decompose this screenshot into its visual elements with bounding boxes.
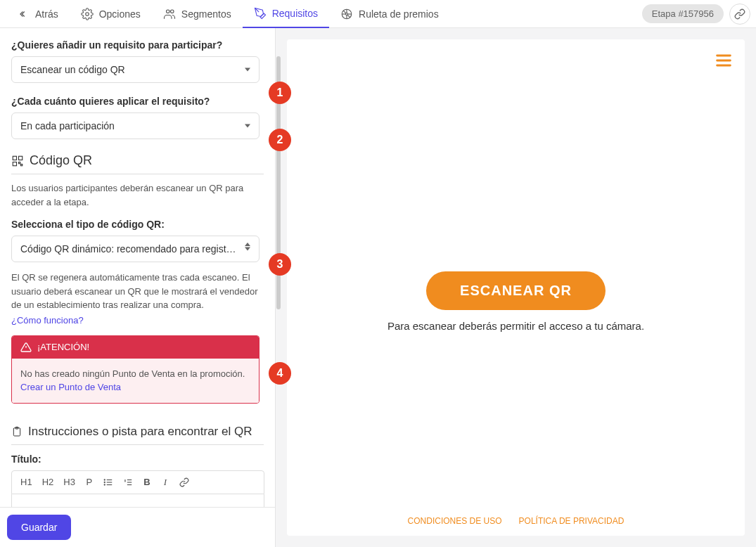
toolbar-ol[interactable]	[119, 475, 137, 490]
toolbar-h2[interactable]: H2	[38, 474, 58, 490]
wheel-icon	[340, 8, 353, 20]
alert-body-text: No has creado ningún Punto de Venta en l…	[20, 368, 245, 379]
config-panel: ¿Quieres añadir un requisito para partic…	[0, 28, 276, 547]
frequency-select[interactable]: En cada participación	[11, 112, 260, 139]
svg-rect-11	[13, 156, 16, 160]
preview-menu-button[interactable]	[714, 51, 733, 70]
tour-badge-1: 1	[269, 82, 291, 104]
permalink-button[interactable]	[729, 4, 750, 25]
privacy-link[interactable]: POLÍTICA DE PRIVACIDAD	[519, 516, 624, 526]
tab-options-label: Opciones	[99, 8, 141, 20]
requisite-type-select[interactable]: Escanear un código QR	[11, 56, 260, 83]
toolbar-h1[interactable]: H1	[16, 474, 37, 490]
pen-icon	[254, 7, 267, 20]
scan-qr-button[interactable]: ESCANEAR QR	[426, 271, 606, 310]
tab-wheel-label: Ruleta de premios	[359, 8, 439, 20]
svg-rect-15	[21, 164, 23, 165]
qr-type-select[interactable]: Código QR dinámico: recomendado para reg…	[11, 236, 260, 262]
qr-section-title: Código QR	[30, 153, 92, 168]
svg-rect-14	[19, 162, 20, 163]
tour-badge-2: 2	[269, 129, 291, 151]
gear-icon	[81, 8, 94, 20]
frequency-value: En cada participación	[20, 120, 115, 131]
tab-requisites-label: Requisitos	[272, 8, 318, 19]
toolbar-p[interactable]: P	[81, 474, 98, 490]
svg-rect-12	[19, 156, 23, 160]
qr-type-value: Código QR dinámico: recomendado para reg…	[20, 243, 238, 255]
svg-point-2	[170, 10, 174, 13]
mobile-preview: ESCANEAR QR Para escanear deberás permit…	[287, 39, 745, 536]
tour-badge-3: 3	[269, 253, 291, 276]
svg-point-4	[346, 13, 348, 15]
qr-description: Los usuarios participantes deberán escan…	[11, 181, 264, 209]
tab-segments-label: Segmentos	[181, 8, 231, 20]
toolbar-h3[interactable]: H3	[59, 474, 79, 490]
preview-pane: ESCANEAR QR Para escanear deberás permit…	[276, 28, 756, 547]
title-editor[interactable]	[11, 494, 264, 508]
tab-back[interactable]: Atrás	[6, 0, 70, 28]
tab-requisites[interactable]: Requisitos	[243, 0, 329, 28]
qr-type-label: Selecciona el tipo de código QR:	[11, 219, 264, 230]
scan-instruction-text: Para escanear deberás permitir el acceso…	[387, 320, 644, 332]
top-tabs-bar: Atrás Opciones Segmentos Requisitos Rule…	[0, 0, 756, 28]
requisite-type-value: Escanear un código QR	[20, 64, 125, 75]
instructions-title: Instrucciones o pista para encontrar el …	[28, 425, 252, 439]
clipboard-icon	[11, 425, 23, 438]
qr-info-text: El QR se regenera automáticamente tras c…	[11, 271, 264, 312]
svg-point-23	[104, 479, 105, 480]
alert-title: ¡ATENCIÓN!	[37, 342, 89, 352]
title-field-label: Título:	[11, 453, 264, 465]
how-it-works-link[interactable]: ¿Cómo funciona?	[11, 315, 264, 326]
question-1-label: ¿Quieres añadir un requisito para partic…	[11, 39, 264, 51]
toolbar-ul[interactable]	[99, 475, 117, 490]
toolbar-bold[interactable]: B	[139, 474, 155, 490]
tab-back-label: Atrás	[35, 8, 58, 20]
warning-alert: ¡ATENCIÓN! No has creado ningún Punto de…	[11, 335, 260, 404]
tab-segments[interactable]: Segmentos	[152, 0, 243, 28]
instructions-section-header: Instrucciones o pista para encontrar el …	[11, 425, 264, 445]
svg-point-24	[104, 482, 105, 482]
users-icon	[163, 8, 176, 20]
toolbar-italic[interactable]: I	[157, 474, 174, 491]
stage-badge: Etapa #157956	[642, 4, 724, 23]
save-button[interactable]: Guardar	[7, 515, 71, 540]
terms-link[interactable]: CONDICIONES DE USO	[408, 516, 502, 526]
hamburger-icon	[714, 51, 733, 70]
footer-bar: Guardar	[0, 507, 275, 547]
svg-point-25	[104, 484, 105, 484]
svg-line-10	[347, 15, 350, 18]
question-2-label: ¿Cada cuánto quieres aplicar el requisit…	[11, 96, 264, 107]
toolbar-link[interactable]	[175, 475, 193, 490]
editor-toolbar: H1 H2 H3 P B I	[11, 470, 264, 494]
svg-rect-13	[13, 162, 16, 165]
qr-icon	[11, 155, 24, 167]
svg-point-1	[166, 10, 169, 13]
qr-section-header: Código QR	[11, 153, 264, 174]
tour-badge-4: 4	[269, 362, 291, 385]
warning-icon	[20, 342, 32, 353]
svg-point-0	[85, 12, 89, 15]
svg-line-9	[343, 11, 346, 13]
create-pos-link[interactable]: Crear un Punto de Venta	[20, 382, 121, 392]
tab-options[interactable]: Opciones	[70, 0, 152, 28]
link-icon	[734, 8, 745, 20]
chevron-left-icon	[17, 8, 30, 20]
tab-wheel[interactable]: Ruleta de premios	[329, 0, 450, 28]
preview-footer: CONDICIONES DE USO POLÍTICA DE PRIVACIDA…	[408, 505, 624, 536]
